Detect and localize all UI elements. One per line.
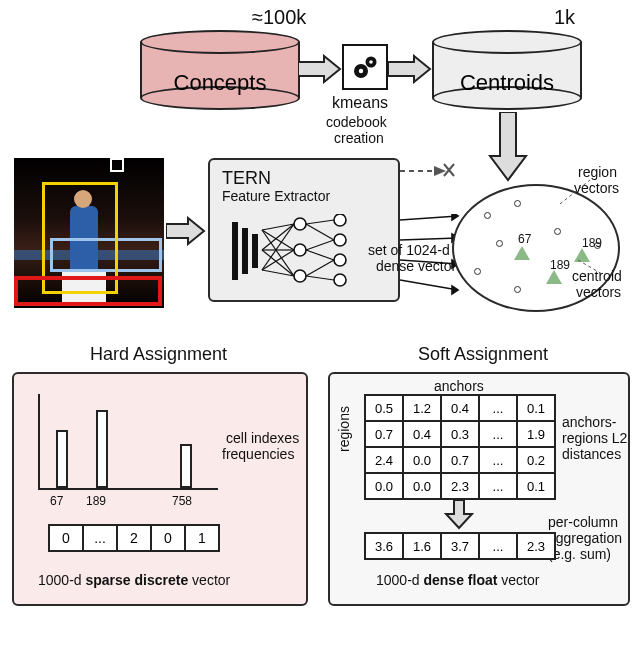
centroid-id-label: 189 [582, 236, 602, 250]
arrow-down-icon [444, 500, 474, 530]
concepts-label: Concepts [140, 70, 300, 96]
codebook-label-1: codebook [326, 114, 387, 130]
svg-line-39 [400, 238, 458, 240]
centroid-id-label: 189 [550, 258, 570, 272]
kmeans-box [342, 44, 388, 90]
svg-line-31 [306, 260, 334, 276]
neural-net-icon [228, 214, 368, 292]
centroids-label: Centroids [432, 70, 582, 96]
centroid-id-label: 67 [518, 232, 531, 246]
svg-point-2 [359, 69, 363, 73]
cell: 0 [48, 524, 84, 552]
svg-marker-0 [298, 56, 340, 82]
cell: 2 [116, 524, 152, 552]
arrow-icon [166, 216, 206, 246]
soft-footer: 1000-d dense float vector [376, 572, 539, 588]
tern-panel: TERN Feature Extractor [208, 158, 400, 302]
kmeans-label: kmeans [332, 94, 388, 112]
bbox-red [14, 276, 162, 306]
centroids-cylinder: Centroids [432, 30, 582, 110]
concepts-count-label: ≈100k [252, 6, 306, 29]
cell-idx-label-1: cell indexes [226, 430, 299, 446]
arrow-icon [298, 54, 342, 84]
svg-rect-9 [242, 228, 248, 274]
svg-rect-10 [252, 234, 258, 268]
svg-marker-47 [446, 500, 472, 528]
per-col-label-1: per-column [548, 514, 618, 530]
svg-point-25 [334, 254, 346, 266]
svg-point-26 [334, 274, 346, 286]
regions-label: regions [336, 406, 352, 452]
hard-assignment-title: Hard Assignment [90, 344, 227, 365]
svg-line-27 [306, 220, 334, 224]
tern-subtitle: Feature Extractor [222, 188, 330, 204]
svg-marker-6 [490, 112, 526, 180]
cell: ... [82, 524, 118, 552]
anchors-regions-label-3: distances [562, 446, 621, 462]
svg-rect-8 [232, 222, 238, 280]
input-image [14, 158, 164, 308]
svg-line-32 [306, 276, 334, 280]
svg-line-43 [400, 280, 458, 290]
centroid-vectors-label-2: vectors [576, 284, 621, 300]
cell: 1 [184, 524, 220, 552]
gear-icon [349, 51, 381, 83]
cell: 0 [150, 524, 186, 552]
cell-idx-label-2: frequencies [222, 446, 294, 462]
centroid-triangle-icon [546, 270, 562, 284]
aggregated-row: 3.6 1.6 3.7 ... 2.3 [366, 534, 556, 562]
soft-assignment-title: Soft Assignment [418, 344, 548, 365]
vectors-label-2: dense vectors [376, 258, 463, 274]
dashed-arrow-discard-icon [400, 162, 456, 180]
svg-point-20 [294, 218, 306, 230]
svg-line-37 [400, 216, 458, 220]
svg-point-23 [334, 214, 346, 226]
anchors-regions-label-1: anchors- [562, 414, 616, 430]
hist-tick: 758 [172, 494, 192, 508]
svg-marker-44 [452, 286, 458, 294]
svg-point-21 [294, 244, 306, 256]
centroid-vectors-label-1: centroid [572, 268, 622, 284]
concepts-cylinder: Concepts [140, 30, 300, 110]
discrete-cells: 0 ... 2 0 1 [50, 524, 220, 552]
hist-tick: 67 [50, 494, 63, 508]
svg-point-24 [334, 234, 346, 246]
svg-marker-38 [452, 214, 458, 220]
svg-line-29 [306, 240, 334, 250]
svg-marker-7 [166, 218, 204, 244]
hard-panel: 67 189 758 cell indexes frequencies 0 ..… [12, 372, 308, 606]
svg-line-19 [262, 270, 294, 276]
anchors-regions-label-2: regions L2 [562, 430, 627, 446]
svg-point-22 [294, 270, 306, 282]
soft-panel: anchors regions 0.51.20.4...0.1 0.70.40.… [328, 372, 630, 606]
centroids-count-label: 1k [554, 6, 575, 29]
histogram [38, 394, 218, 490]
vectors-label-1: set of 1024-d [368, 242, 450, 258]
region-vectors-label-2: vectors [574, 180, 619, 196]
svg-point-4 [369, 60, 373, 64]
svg-line-30 [306, 250, 334, 260]
svg-line-28 [306, 224, 334, 240]
region-vectors-label-1: region [578, 164, 617, 180]
svg-marker-5 [388, 56, 430, 82]
per-col-label-3: (e.g. sum) [548, 546, 611, 562]
anchors-label: anchors [434, 378, 484, 394]
centroid-triangle-icon [514, 246, 530, 260]
hard-footer: 1000-d sparse discrete vector [38, 572, 230, 588]
tern-title: TERN [222, 168, 271, 189]
arrow-icon [388, 54, 432, 84]
arrow-down-icon [488, 112, 528, 182]
svg-line-11 [262, 224, 294, 230]
codebook-label-2: creation [334, 130, 384, 146]
hist-tick: 189 [86, 494, 106, 508]
distance-grid: 0.51.20.4...0.1 0.70.40.3...1.9 2.40.00.… [366, 396, 556, 500]
per-col-label-2: aggregation [548, 530, 622, 546]
